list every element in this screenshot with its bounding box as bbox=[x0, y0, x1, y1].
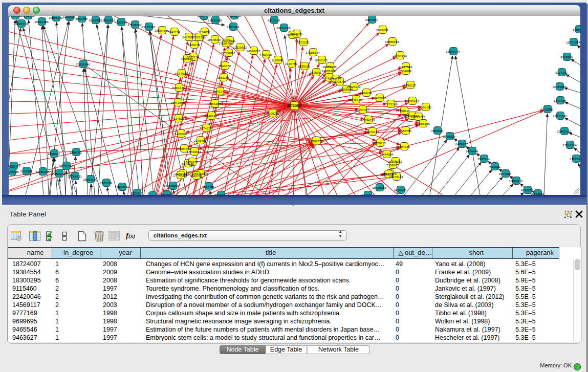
svg-text:6292423: 6292423 bbox=[89, 18, 102, 22]
svg-text:7774229: 7774229 bbox=[200, 126, 212, 130]
svg-text:8471626: 8471626 bbox=[499, 172, 512, 176]
svg-text:2839607: 2839607 bbox=[48, 152, 60, 156]
svg-text:7632621: 7632621 bbox=[488, 165, 501, 168]
svg-text:5672073: 5672073 bbox=[297, 40, 310, 44]
svg-text:5456272: 5456272 bbox=[186, 160, 199, 164]
svg-text:26872858: 26872858 bbox=[170, 101, 185, 104]
svg-text:7358113: 7358113 bbox=[398, 109, 410, 113]
svg-text:8688755: 8688755 bbox=[399, 129, 412, 133]
svg-text:14444504: 14444504 bbox=[379, 152, 394, 156]
svg-text:9245052: 9245052 bbox=[521, 188, 534, 192]
svg-text:6229731: 6229731 bbox=[188, 43, 201, 47]
svg-text:1167533: 1167533 bbox=[570, 157, 580, 161]
svg-text:24055724: 24055724 bbox=[14, 22, 28, 26]
svg-text:3154051: 3154051 bbox=[198, 30, 211, 34]
svg-text:24193775: 24193775 bbox=[411, 115, 425, 119]
svg-text:1848731: 1848731 bbox=[350, 98, 362, 101]
svg-text:3564217: 3564217 bbox=[361, 193, 374, 195]
svg-text:21414394: 21414394 bbox=[115, 185, 129, 189]
svg-text:27748304: 27748304 bbox=[173, 173, 187, 177]
svg-text:29580115: 29580115 bbox=[9, 164, 20, 168]
svg-text:28465853: 28465853 bbox=[372, 96, 386, 100]
svg-text:5924115: 5924115 bbox=[130, 191, 143, 195]
svg-text:23794303: 23794303 bbox=[393, 54, 407, 57]
svg-text:15420686: 15420686 bbox=[372, 186, 386, 189]
svg-text:4117625: 4117625 bbox=[172, 117, 184, 120]
svg-text:27754131: 27754131 bbox=[68, 174, 82, 178]
svg-text:22146585: 22146585 bbox=[9, 170, 19, 173]
svg-text:3320821: 3320821 bbox=[20, 169, 33, 173]
svg-text:2264748: 2264748 bbox=[360, 91, 373, 95]
svg-text:18983893: 18983893 bbox=[101, 18, 115, 22]
svg-text:5938923: 5938923 bbox=[443, 135, 456, 138]
svg-text:17106768: 17106768 bbox=[219, 41, 233, 45]
svg-text:10108894: 10108894 bbox=[159, 193, 173, 195]
svg-text:2626229: 2626229 bbox=[376, 28, 389, 32]
svg-text:6440561: 6440561 bbox=[63, 16, 76, 19]
svg-text:9227342: 9227342 bbox=[555, 71, 568, 74]
svg-text:28563180: 28563180 bbox=[83, 178, 97, 181]
svg-text:15692901: 15692901 bbox=[557, 129, 571, 133]
svg-text:15194119: 15194119 bbox=[361, 118, 375, 122]
svg-text:2921859: 2921859 bbox=[100, 181, 113, 185]
svg-text:12093823: 12093823 bbox=[552, 85, 567, 89]
svg-text:20053346: 20053346 bbox=[76, 62, 90, 66]
svg-text:9626108: 9626108 bbox=[290, 32, 303, 36]
svg-text:15306893: 15306893 bbox=[145, 194, 159, 195]
svg-text:14060227: 14060227 bbox=[246, 49, 260, 53]
svg-text:6438436: 6438436 bbox=[394, 188, 407, 192]
svg-text:2229110: 2229110 bbox=[374, 141, 386, 145]
svg-text:12322386: 12322386 bbox=[191, 35, 206, 39]
svg-text:5041154: 5041154 bbox=[168, 30, 180, 34]
svg-text:10654112: 10654112 bbox=[509, 179, 523, 183]
svg-text:26295412: 26295412 bbox=[405, 99, 419, 103]
svg-text:6479197: 6479197 bbox=[455, 142, 468, 146]
svg-text:10653531: 10653531 bbox=[530, 192, 545, 195]
svg-text:2935114: 2935114 bbox=[477, 157, 490, 161]
svg-text:18034686: 18034686 bbox=[155, 29, 169, 32]
svg-text:6007072: 6007072 bbox=[214, 193, 227, 195]
svg-text:2375453: 2375453 bbox=[194, 139, 207, 142]
svg-text:4860684: 4860684 bbox=[181, 57, 193, 60]
svg-text:7550190: 7550190 bbox=[419, 105, 432, 109]
svg-text:9215958: 9215958 bbox=[541, 107, 554, 111]
svg-text:3790237: 3790237 bbox=[404, 83, 417, 87]
svg-text:1244415: 1244415 bbox=[554, 99, 567, 102]
svg-text:11967477: 11967477 bbox=[355, 108, 369, 112]
svg-text:8930103: 8930103 bbox=[315, 58, 328, 62]
svg-text:13873143: 13873143 bbox=[389, 175, 403, 179]
svg-text:15751074: 15751074 bbox=[566, 40, 580, 44]
svg-text:22529912: 22529912 bbox=[233, 46, 247, 49]
svg-text:5977931: 5977931 bbox=[175, 72, 188, 75]
svg-text:3741438: 3741438 bbox=[9, 16, 21, 17]
svg-text:4842788: 4842788 bbox=[75, 17, 88, 20]
svg-text:16210643: 16210643 bbox=[553, 114, 567, 118]
svg-text:11817683: 11817683 bbox=[398, 65, 412, 69]
svg-text:1954280: 1954280 bbox=[208, 102, 221, 105]
svg-text:1841248: 1841248 bbox=[213, 90, 226, 93]
svg-text:14685216: 14685216 bbox=[227, 16, 241, 17]
svg-text:7199635: 7199635 bbox=[386, 163, 399, 167]
svg-text:12131636: 12131636 bbox=[59, 164, 73, 168]
svg-text:12308253: 12308253 bbox=[388, 160, 402, 163]
svg-text:14793975: 14793975 bbox=[197, 16, 211, 18]
svg-text:26796882: 26796882 bbox=[165, 184, 180, 188]
svg-text:2087682: 2087682 bbox=[365, 18, 378, 21]
svg-text:5130808: 5130808 bbox=[175, 132, 187, 136]
svg-text:22805018: 22805018 bbox=[52, 172, 66, 176]
svg-text:9517485: 9517485 bbox=[202, 185, 215, 188]
svg-text:1981186: 1981186 bbox=[217, 76, 229, 79]
svg-text:1120642: 1120642 bbox=[271, 58, 284, 62]
svg-text:16648784: 16648784 bbox=[446, 50, 460, 53]
svg-text:8935169: 8935169 bbox=[298, 64, 311, 68]
svg-text:4539704: 4539704 bbox=[115, 20, 127, 24]
svg-text:6261415: 6261415 bbox=[172, 86, 185, 90]
svg-text:17016504: 17016504 bbox=[562, 143, 577, 147]
svg-text:19384554: 19384554 bbox=[309, 139, 323, 143]
svg-text:17134562: 17134562 bbox=[127, 23, 142, 27]
svg-text:8813054: 8813054 bbox=[268, 18, 280, 22]
svg-text:2140194: 2140194 bbox=[205, 114, 217, 118]
svg-text:13050413: 13050413 bbox=[35, 170, 50, 173]
svg-text:23275203: 23275203 bbox=[141, 25, 156, 29]
svg-text:15293105: 15293105 bbox=[416, 122, 430, 125]
